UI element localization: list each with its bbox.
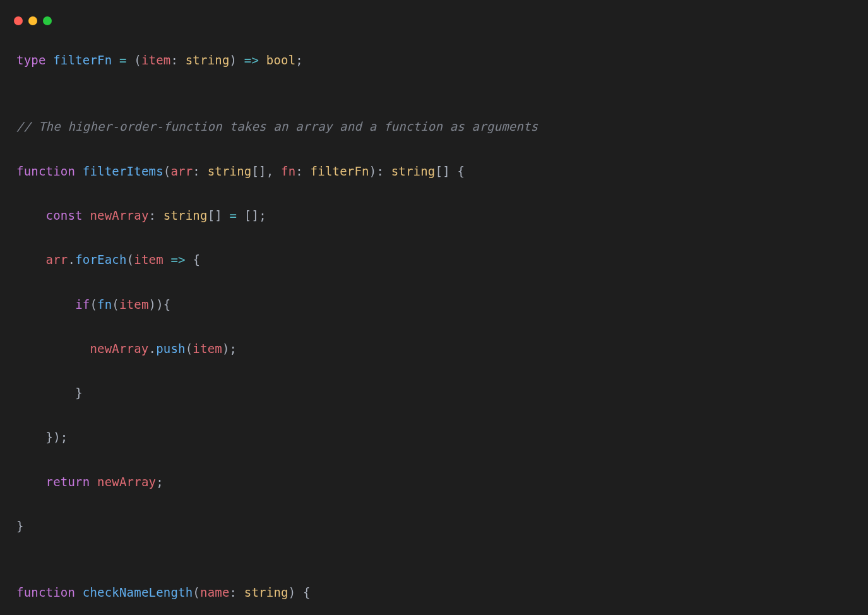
minimize-icon[interactable] <box>28 16 37 25</box>
code-area[interactable]: type filterFn = (item: string) => bool; … <box>0 30 868 615</box>
code-line: function filterItems(arr: string[], fn: … <box>16 160 852 182</box>
code-line: arr.forEach(item => { <box>16 249 852 271</box>
code-line: // The higher-order-function takes an ar… <box>16 116 852 138</box>
code-line: if(fn(item)){ <box>16 294 852 316</box>
code-line: const newArray: string[] = []; <box>16 205 852 227</box>
code-line: type filterFn = (item: string) => bool; <box>16 49 852 71</box>
comment: // The higher-order-function takes an ar… <box>16 119 538 133</box>
param-item: item <box>141 53 171 67</box>
code-line: function checkNameLength(name: string) { <box>16 582 852 604</box>
type-alias-name: filterFn <box>53 53 112 67</box>
code-line: } <box>16 515 852 537</box>
code-line: } <box>16 382 852 404</box>
fn-filterItems: filterItems <box>83 164 163 178</box>
code-line: newArray.push(item); <box>16 338 852 360</box>
keyword-type: type <box>16 53 46 67</box>
editor-window: type filterFn = (item: string) => bool; … <box>0 0 868 615</box>
zoom-icon[interactable] <box>43 16 52 25</box>
code-line: }); <box>16 426 852 448</box>
titlebar <box>0 0 868 30</box>
fn-checkNameLength: checkNameLength <box>83 585 193 599</box>
var-newArray: newArray <box>90 208 148 222</box>
code-line: return newArray; <box>16 471 852 493</box>
close-icon[interactable] <box>14 16 23 25</box>
